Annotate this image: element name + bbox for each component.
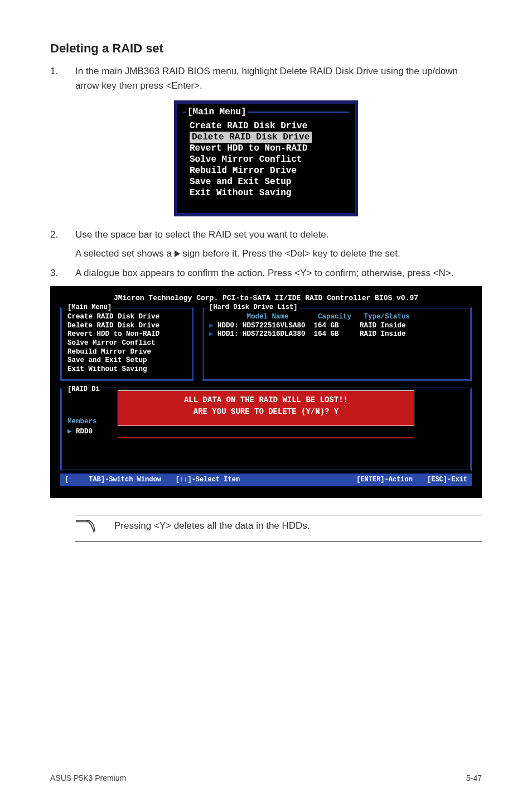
step-3: 3. A dialogue box appears to confirm the… <box>50 266 482 281</box>
bios-small-item-selected: Delete RAID Disk Drive <box>190 132 312 143</box>
bios-big-main-item: Create RAID Disk Drive <box>67 313 187 322</box>
step-3-text: A dialogue box appears to confirm the ac… <box>75 266 482 281</box>
triangle-icon: ▶ <box>209 330 217 338</box>
bios-small-item: Revert HDD to Non-RAID <box>190 143 349 154</box>
bios-big-hdd-list: [Hard Disk Drive List] Model Name Capaci… <box>202 307 472 381</box>
bios-small-title: [Main Menu] <box>186 105 248 119</box>
modal-line2: ARE YOU SURE TO DELETE (Y/N)? Y <box>123 406 409 418</box>
bios-raid-rdd: RDD0 <box>76 428 93 436</box>
bottom-bar-c: [ENTER]-Action <box>356 475 413 485</box>
step-1-text: In the main JMB363 RAID BIOS menu, highl… <box>75 64 482 93</box>
bios-small-item: Exit Without Saving <box>190 187 349 199</box>
step-2-line1: Use the space bar to select the RAID set… <box>75 228 482 242</box>
bios-big-hdd-header: Model Name Capacity Type/Status <box>209 313 465 322</box>
step-2-line2: A selected set shows a sign before it. P… <box>75 247 482 261</box>
triangle-icon <box>175 250 180 257</box>
step-2: 2. Use the space bar to select the RAID … <box>50 228 482 260</box>
bios-big-main-item: Delete RAID Disk Drive <box>67 322 187 331</box>
bios-raid-members: Members <box>67 417 97 427</box>
bios-small-item: Create RAID Disk Drive <box>190 120 349 132</box>
bottom-bar-d: [ESC]-Exit <box>427 475 467 485</box>
triangle-icon: ▶ <box>209 322 217 330</box>
bios-big-hdd-label: [Hard Disk Drive List] <box>207 303 299 312</box>
bios-big-main-item: Rebuild Mirror Drive <box>67 348 187 357</box>
step-1: 1. In the main JMB363 RAID BIOS menu, hi… <box>50 64 482 93</box>
bios-big-raid-label: [RAID Di <box>65 384 102 394</box>
bios-big-title: JMicron Technology Corp. PCI-to-SATA II/… <box>60 293 472 304</box>
step-2-text: Use the space bar to select the RAID set… <box>75 228 482 260</box>
bios-big-raid-left: Members ▶ RDD0 <box>67 417 97 437</box>
bios-big-main-label: [Main Menu] <box>65 303 114 312</box>
step-3-num: 3. <box>50 266 75 281</box>
heading-deleting-raid: Deleting a RAID set <box>50 39 482 57</box>
bios-big-main-menu: [Main Menu] Create RAID Disk Drive Delet… <box>60 307 194 381</box>
bios-big-main-item: Solve Mirror Conflict <box>67 339 187 348</box>
bios-big-panel: JMicron Technology Corp. PCI-to-SATA II/… <box>50 286 482 499</box>
step-2-num: 2. <box>50 228 75 260</box>
triangle-icon: ▶ <box>67 428 76 436</box>
step-1-num: 1. <box>50 64 75 93</box>
bottom-bar-b: [↑↓]-Select Item <box>176 475 240 485</box>
note-text: Pressing <Y> deletes all the data in the… <box>114 518 482 533</box>
note-icon <box>75 518 99 539</box>
bios-big-main-item: Exit Without Saving <box>67 365 187 374</box>
bios-big-hdd-row: ▶ HDD1: HDS722516DLA380 164 GB RAID Insi… <box>209 330 465 339</box>
bios-small-item: Save and Exit Setup <box>190 176 349 187</box>
bios-small-item: Solve Mirror Conflict <box>190 154 349 165</box>
bios-main-menu-small: [Main Menu] Create RAID Disk Drive Delet… <box>174 100 358 216</box>
bios-big-hdd-row: ▶ HDD0: HDS722516VLSA80 164 GB RAID Insi… <box>209 322 465 331</box>
bios-big-raid-block: [RAID Di Members ▶ RDD0 ALL DATA ON THE … <box>60 388 472 471</box>
bios-bottom-bar: [ TAB]-Switch Window [↑↓]-Select Item [E… <box>60 474 472 486</box>
note-row: Pressing <Y> deletes all the data in the… <box>75 515 482 542</box>
bios-confirm-modal: ALL DATA ON THE RAID WILL BE LOST!! ARE … <box>118 390 414 426</box>
bottom-bar-a: [ TAB]-Switch Window <box>65 475 161 485</box>
bios-big-main-item: Revert HDD to Non-RAID <box>67 330 187 339</box>
modal-line1: ALL DATA ON THE RAID WILL BE LOST!! <box>123 394 409 406</box>
bios-big-main-item: Save and Exit Setup <box>67 356 187 365</box>
bios-small-item: Rebuild Mirror Drive <box>190 165 349 176</box>
hdd-row-1-text: HDD1: HDS722516DLA380 164 GB RAID Inside <box>217 330 406 338</box>
modal-bottom-line <box>118 437 414 438</box>
hdd-row-0-text: HDD0: HDS722516VLSA80 164 GB RAID Inside <box>217 322 406 330</box>
